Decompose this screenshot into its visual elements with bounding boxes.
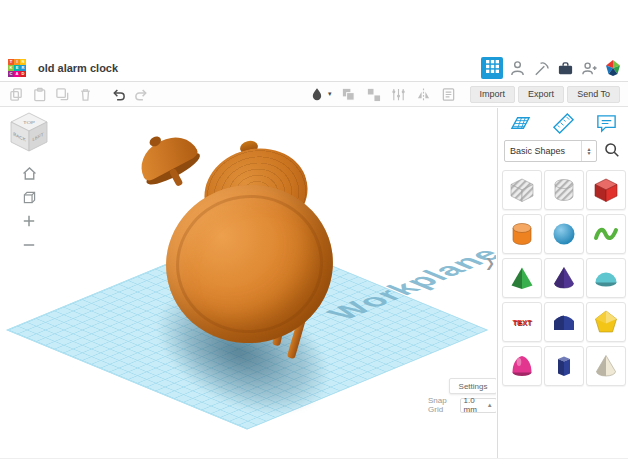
- magnifier-icon: [603, 141, 621, 162]
- export-button[interactable]: Export: [518, 86, 564, 103]
- shapes-panel: Basic Shapes ▲▼ TEXTTEXT: [497, 108, 628, 458]
- minifig-icon[interactable]: [507, 58, 527, 78]
- header-actions: [481, 57, 623, 79]
- delete-icon[interactable]: [77, 86, 93, 102]
- droplet-caret-icon[interactable]: ▾: [328, 90, 332, 98]
- top-header: TINKERCAD old alarm clock: [0, 55, 628, 82]
- design-title[interactable]: old alarm clock: [38, 55, 118, 81]
- briefcase-icon[interactable]: [555, 58, 575, 78]
- dropdown-caret-icon: ▲▼: [581, 141, 596, 161]
- shape-tile-paraboloid[interactable]: [502, 346, 542, 386]
- main-area: Workplane: [0, 108, 628, 458]
- shape-tile-scribble[interactable]: [586, 214, 626, 254]
- search-button[interactable]: [602, 141, 622, 161]
- category-row: Basic Shapes ▲▼: [498, 135, 628, 162]
- snap-grid-value: 1.0 mm: [464, 396, 487, 414]
- tinkercad-3d-logo-icon[interactable]: [603, 58, 623, 78]
- zoom-in-button[interactable]: [18, 210, 40, 232]
- shape-tile-cylinder[interactable]: [502, 214, 542, 254]
- shape-tile-text[interactable]: TEXTTEXT: [502, 302, 542, 342]
- clock-face-ring: [167, 185, 332, 342]
- duplicate-icon[interactable]: [54, 86, 70, 102]
- panel-tools: [498, 108, 628, 135]
- shape-tile-cone-ivory[interactable]: [586, 346, 626, 386]
- pickaxe-icon[interactable]: [531, 58, 551, 78]
- shape-tile-round-roof[interactable]: [544, 302, 584, 342]
- droplet-icon[interactable]: [309, 86, 325, 102]
- logo-tile: D: [20, 71, 26, 77]
- apps-grid-button[interactable]: [481, 57, 503, 79]
- shape-tile-polygon[interactable]: [586, 302, 626, 342]
- edit-toolbar: ▾: [0, 82, 628, 107]
- view-tools: TOP BACK LEFT: [6, 110, 52, 256]
- transfer-buttons: Import Export Send To: [470, 86, 620, 103]
- ungroup-icon[interactable]: [366, 86, 382, 102]
- tinkercad-logo[interactable]: TINKERCAD: [8, 59, 26, 77]
- shape-tile-cylinder-hole[interactable]: [544, 170, 584, 210]
- workplane-label: Workplane: [319, 244, 496, 323]
- redo-icon[interactable]: [133, 86, 149, 102]
- shape-tile-half-sphere[interactable]: [586, 258, 626, 298]
- align-icon[interactable]: [391, 86, 407, 102]
- shape-tile-box-hole[interactable]: [502, 170, 542, 210]
- snap-grid-row: Snap Grid 1.0 mm ▲: [428, 396, 496, 414]
- panel-collapse-handle[interactable]: ❯: [484, 250, 496, 276]
- send-to-button[interactable]: Send To: [567, 86, 620, 103]
- group-icon[interactable]: [341, 86, 357, 102]
- mirror-icon[interactable]: [416, 86, 432, 102]
- snap-grid-label: Snap Grid: [428, 396, 456, 414]
- svg-text:TEXT: TEXT: [512, 318, 532, 327]
- copy-icon[interactable]: [8, 86, 24, 102]
- undo-icon[interactable]: [110, 86, 126, 102]
- shape-category-value: Basic Shapes: [510, 146, 565, 156]
- shape-tile-sphere[interactable]: [544, 214, 584, 254]
- shape-tile-prism[interactable]: [544, 346, 584, 386]
- orthographic-view-button[interactable]: [18, 186, 40, 208]
- page: TINKERCAD old alarm clock: [0, 0, 628, 472]
- apps-grid-icon: [486, 60, 499, 76]
- tinkercad-app: TINKERCAD old alarm clock: [0, 55, 628, 459]
- shape-tile-cone[interactable]: [544, 258, 584, 298]
- notes-tool-icon[interactable]: [594, 111, 618, 135]
- paste-icon[interactable]: [31, 86, 47, 102]
- view-cube-top-label: TOP: [23, 121, 35, 124]
- notes-icon[interactable]: [441, 86, 457, 102]
- ruler-tool-icon[interactable]: [551, 111, 575, 135]
- shape-tile-box[interactable]: [586, 170, 626, 210]
- toolbar-right-group: ▾: [309, 86, 620, 103]
- zoom-out-button[interactable]: [18, 234, 40, 256]
- view-cube[interactable]: TOP BACK LEFT: [7, 110, 51, 158]
- snap-grid-select[interactable]: 1.0 mm ▲: [460, 398, 496, 413]
- snap-caret-icon: ▲: [487, 402, 493, 408]
- shape-tile-pyramid[interactable]: [502, 258, 542, 298]
- add-user-icon[interactable]: [579, 58, 599, 78]
- shapes-grid: TEXTTEXT: [498, 170, 628, 386]
- settings-button[interactable]: Settings: [449, 378, 496, 394]
- import-button[interactable]: Import: [470, 86, 516, 103]
- shape-category-dropdown[interactable]: Basic Shapes ▲▼: [504, 140, 597, 162]
- home-view-button[interactable]: [18, 162, 40, 184]
- viewport-3d[interactable]: Workplane: [0, 108, 496, 458]
- workplane-tool-icon[interactable]: [508, 111, 532, 135]
